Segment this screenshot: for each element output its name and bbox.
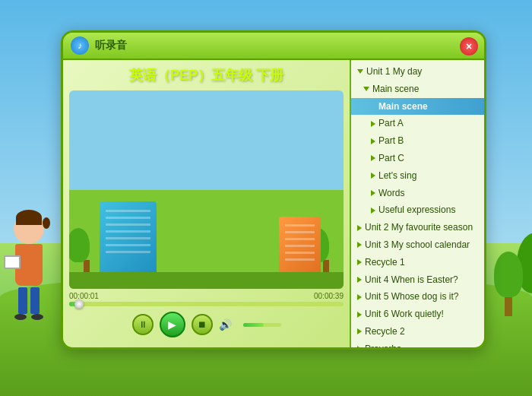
time-row: 00:00:01 00:00:39	[69, 292, 344, 300]
scene-book-orange	[279, 217, 321, 274]
app-title: 听录音	[95, 39, 127, 52]
main-window: 听录音 × 英语（PEP）五年级 下册	[61, 30, 486, 350]
tree-item-unit1-main-scene[interactable]: Main scene	[351, 98, 484, 116]
tree-item-unit1-main[interactable]: Main scene	[351, 81, 484, 98]
tree-item-label: Main scene	[372, 83, 480, 96]
volume-button[interactable]: 🔊	[219, 315, 237, 334]
stop-button[interactable]: ⏹	[192, 314, 213, 335]
tree-item-unit2[interactable]: Unit 2 My favourite season	[351, 219, 484, 236]
tree-item-label: Part B	[378, 135, 480, 147]
progress-area: 00:00:01 00:00:39	[69, 289, 344, 308]
character-leg-left	[18, 287, 27, 314]
tree-item-unit1-letssing[interactable]: Let's sing	[351, 167, 484, 185]
tree-item-label: Unit 1 My day	[366, 65, 480, 78]
character-foot-right	[31, 314, 43, 320]
tree-item-recycle1[interactable]: Recycle 1	[351, 254, 484, 271]
tree-item-label: Let's sing	[378, 169, 480, 182]
arrow-down-icon	[357, 69, 363, 74]
tree-item-unit1-partb[interactable]: Part B	[351, 132, 484, 150]
tree-item-label: Unit 3 My school calendar	[365, 239, 480, 252]
tree-item-label: Part A	[378, 117, 480, 130]
arrow-right-icon	[357, 242, 362, 248]
tree-item-unit5[interactable]: Unit 5 Whose dog is it?	[351, 288, 484, 306]
time-total: 00:00:39	[314, 292, 344, 300]
progress-track[interactable]	[69, 302, 344, 306]
arrow-down-icon	[363, 87, 369, 91]
tree-item-unit3[interactable]: Unit 3 My school calendar	[351, 236, 484, 254]
arrow-right-icon	[357, 312, 362, 318]
character-legs	[0, 287, 57, 314]
character-pigtail	[43, 217, 50, 229]
character-leg-right	[30, 287, 40, 314]
video-title: 英语（PEP）五年级 下册	[129, 66, 283, 84]
arrow-right-icon	[357, 225, 362, 231]
arrow-right-icon	[371, 173, 375, 179]
time-current: 00:00:01	[69, 292, 99, 300]
tree-item-unit6[interactable]: Unit 6 Work quietly!	[351, 306, 484, 323]
play-button[interactable]: ▶	[160, 312, 185, 337]
video-panel: 英语（PEP）五年级 下册 00:00:01	[63, 60, 351, 347]
tree-item-label: Recycle 1	[365, 256, 480, 269]
bg-tree-right2	[494, 248, 523, 316]
character-head	[14, 214, 44, 244]
tree-item-label: Useful expressions	[378, 204, 480, 217]
close-button[interactable]: ×	[460, 37, 478, 55]
tree-item-proverbs[interactable]: Proverbs	[351, 341, 484, 347]
volume-track[interactable]	[243, 323, 281, 327]
arrow-right-icon	[371, 138, 375, 144]
character	[0, 214, 57, 335]
progress-thumb[interactable]	[74, 299, 84, 309]
volume-icon: 🔊	[219, 318, 232, 331]
scene-container	[69, 90, 344, 289]
tree-item-unit1-parta[interactable]: Part A	[351, 115, 484, 132]
tree-item-label: Unit 5 Whose dog is it?	[365, 290, 480, 303]
volume-fill	[243, 323, 264, 327]
tree-item-unit1-words[interactable]: Words	[351, 185, 484, 202]
scene-road	[69, 272, 344, 289]
character-body	[15, 244, 43, 286]
tree-item-label: Proverbs	[365, 343, 480, 347]
arrow-right-icon	[357, 346, 362, 347]
tree-item-label: Words	[378, 187, 480, 200]
tree-item-label: Unit 2 My favourite season	[365, 221, 480, 234]
tree-item-recycle2[interactable]: Recycle 2	[351, 323, 484, 341]
tree-item-label: Recycle 2	[365, 325, 480, 338]
tree-item-label: Unit 4 When is Easter?	[365, 274, 480, 287]
character-foot-left	[14, 314, 27, 320]
controls-row: ⏸ ▶ ⏹ 🔊	[132, 308, 281, 341]
arrow-right-icon	[357, 328, 362, 334]
tree-item-unit1-useful[interactable]: Useful expressions	[351, 201, 484, 219]
scene-book-blue	[100, 201, 157, 274]
title-bar: 听录音 ×	[63, 33, 484, 60]
app-icon	[71, 36, 89, 55]
scene-tree-left	[75, 226, 98, 275]
tree-item-label: Main scene	[378, 100, 480, 113]
tree-item-label: Unit 6 Work quietly!	[365, 308, 480, 321]
tree-item-label: Part C	[378, 152, 480, 165]
pause-icon: ⏸	[138, 319, 147, 330]
character-feet	[0, 314, 57, 320]
pause-button[interactable]: ⏸	[132, 314, 154, 335]
arrow-right-icon	[371, 121, 375, 127]
character-hair	[16, 210, 42, 225]
arrow-right-icon	[371, 190, 375, 196]
stop-icon: ⏹	[198, 319, 207, 330]
tree-item-unit1-partc[interactable]: Part C	[351, 150, 484, 167]
play-icon: ▶	[168, 318, 176, 331]
arrow-right-icon	[371, 208, 375, 214]
tree-panel[interactable]: Unit 1 My dayMain sceneMain scenePart AP…	[351, 60, 484, 347]
tree-item-unit4[interactable]: Unit 4 When is Easter?	[351, 271, 484, 289]
content-area: 英语（PEP）五年级 下册 00:00:01	[63, 60, 484, 347]
arrow-right-icon	[357, 277, 362, 283]
tree-item-unit1[interactable]: Unit 1 My day	[351, 63, 484, 81]
arrow-right-icon	[371, 155, 375, 161]
character-book	[4, 255, 21, 269]
arrow-right-icon	[357, 259, 362, 265]
arrow-right-icon	[357, 294, 362, 300]
